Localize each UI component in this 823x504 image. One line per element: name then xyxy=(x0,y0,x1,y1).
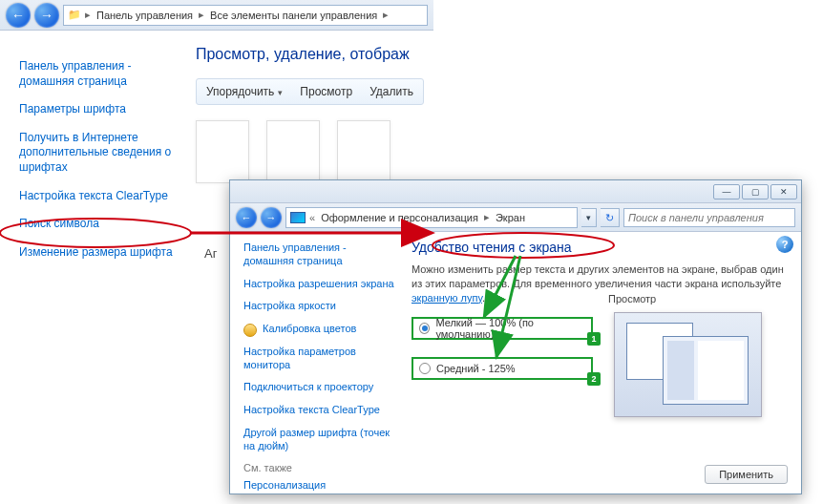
folder-icon: 📁 xyxy=(68,9,81,21)
breadcrumb[interactable]: « Оформление и персонализация ▸ Экран xyxy=(285,207,578,228)
breadcrumb-seg[interactable]: Все элементы панели управления xyxy=(208,10,379,21)
preview-window xyxy=(663,336,749,405)
see-also-heading: См. также xyxy=(243,462,394,473)
sidebar-item-home[interactable]: Панель управления - домашняя страница xyxy=(19,59,175,89)
sidebar-item-resolution[interactable]: Настройка разрешения экрана xyxy=(243,278,394,291)
sidebar-item-home[interactable]: Панель управления - домашняя страница xyxy=(243,242,394,268)
chevron-right-icon: « xyxy=(309,212,315,223)
toolbar-delete[interactable]: Удалить xyxy=(369,85,413,98)
chevron-right-icon: ▸ xyxy=(484,211,490,223)
option-medium-125[interactable]: Средний - 125% 2 xyxy=(412,357,593,380)
chevron-right-icon: ▸ xyxy=(199,9,204,21)
sidebar: Панель управления - домашняя страница На… xyxy=(230,232,402,494)
sidebar-item-online-fonts[interactable]: Получить в Интернете дополнительные свед… xyxy=(19,131,175,176)
shield-icon xyxy=(243,324,257,337)
display-icon xyxy=(290,212,306,223)
font-thumb[interactable] xyxy=(337,120,390,183)
page-description: Можно изменить размер текста и других эл… xyxy=(412,262,788,305)
sidebar-item-monitor[interactable]: Настройка параметров монитора xyxy=(243,346,394,372)
page-title: Просмотр, удаление, отображ xyxy=(196,46,424,63)
address-bar: ← → « Оформление и персонализация ▸ Экра… xyxy=(230,203,801,232)
preview-sidebar xyxy=(667,341,694,400)
page-title: Удобство чтения с экрана xyxy=(412,240,788,255)
radio-selected-icon xyxy=(419,323,430,334)
radio-icon xyxy=(419,363,431,374)
main-pane: Удобство чтения с экрана Можно изменить … xyxy=(402,232,801,494)
titlebar: — ▢ ✕ xyxy=(230,180,801,203)
breadcrumb-dropdown[interactable]: ▾ xyxy=(581,208,597,227)
breadcrumb-seg[interactable]: Оформление и персонализация xyxy=(319,212,480,223)
preview-main xyxy=(698,341,744,400)
address-bar: ← → 📁 ▸ Панель управления ▸ Все элементы… xyxy=(0,0,433,31)
font-thumb[interactable] xyxy=(196,120,249,183)
desc-text: Можно изменить размер текста и других эл… xyxy=(412,263,784,289)
option-label: Средний - 125% xyxy=(436,363,516,374)
step-badge-1: 1 xyxy=(587,332,601,346)
sidebar-item-cleartype[interactable]: Настройка текста ClearType xyxy=(243,404,394,417)
toolbar-organize[interactable]: Упорядочить xyxy=(206,85,283,98)
font-glyph-preview: Аг xyxy=(204,246,217,261)
breadcrumb-seg[interactable]: Панель управления xyxy=(95,10,195,21)
desc-text: . xyxy=(482,292,485,304)
close-button[interactable]: ✕ xyxy=(770,184,797,200)
sidebar-item-brightness[interactable]: Настройка яркости xyxy=(243,300,394,313)
maximize-button[interactable]: ▢ xyxy=(742,184,769,200)
chevron-right-icon: ▸ xyxy=(85,9,91,21)
magnifier-link[interactable]: экранную лупу xyxy=(412,292,482,304)
toolbar-view[interactable]: Просмотр xyxy=(300,85,352,98)
step-badge-2: 2 xyxy=(587,372,601,386)
sidebar-item-cleartype[interactable]: Настройка текста ClearType xyxy=(19,189,175,204)
sidebar-item-personalize[interactable]: Персонализация xyxy=(243,479,394,493)
font-thumb[interactable] xyxy=(266,120,320,183)
sidebar-item-dpi[interactable]: Другой размер шрифта (точек на дюйм) xyxy=(243,427,394,453)
sidebar-item-font-params[interactable]: Параметры шрифта xyxy=(19,102,175,117)
sidebar: Панель управления - домашняя страница Па… xyxy=(0,31,186,504)
toolbar: Упорядочить Просмотр Удалить xyxy=(196,78,424,105)
breadcrumb[interactable]: 📁 ▸ Панель управления ▸ Все элементы пан… xyxy=(63,5,428,26)
refresh-button[interactable]: ↻ xyxy=(601,208,620,227)
option-label: Мелкий — 100% (по умолчанию) xyxy=(435,317,585,340)
chevron-right-icon: ▸ xyxy=(383,9,389,21)
minimize-button[interactable]: — xyxy=(713,184,740,200)
forward-button[interactable]: → xyxy=(34,3,59,28)
option-small-100[interactable]: Мелкий — 100% (по умолчанию) 1 xyxy=(412,317,593,340)
back-button[interactable]: ← xyxy=(236,207,257,228)
apply-button[interactable]: Применить xyxy=(705,465,788,484)
preview-label: Просмотр xyxy=(608,293,656,304)
search-input[interactable] xyxy=(623,208,795,227)
display-preview xyxy=(614,312,762,417)
forward-button[interactable]: → xyxy=(261,207,282,228)
back-button[interactable]: ← xyxy=(6,3,31,28)
sidebar-item-calibrate[interactable]: Калибровка цветов xyxy=(263,323,356,336)
display-window: — ▢ ✕ ← → « Оформление и персонализация … xyxy=(229,179,802,494)
breadcrumb-seg[interactable]: Экран xyxy=(494,212,527,223)
sidebar-item-projector[interactable]: Подключиться к проектору xyxy=(243,381,394,394)
font-thumbnails xyxy=(196,120,424,183)
sidebar-item-change-font-size[interactable]: Изменение размера шрифта xyxy=(19,245,175,261)
sidebar-item-find-char[interactable]: Поиск символа xyxy=(19,217,175,232)
